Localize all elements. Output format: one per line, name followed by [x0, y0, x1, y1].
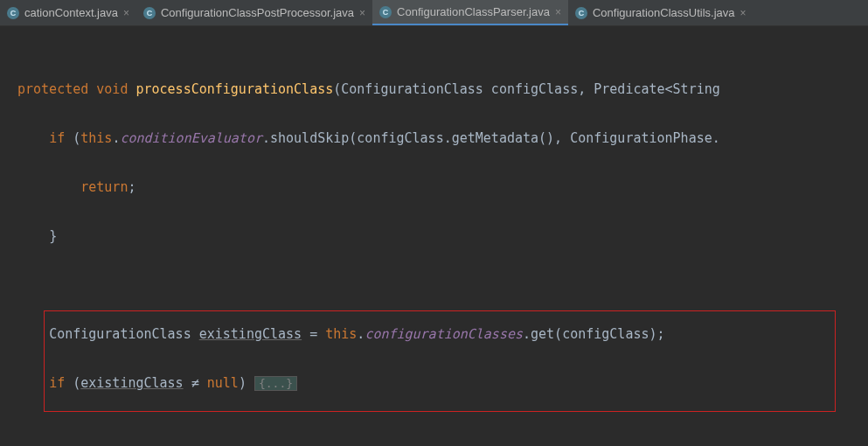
code-line — [17, 421, 868, 445]
code-editor[interactable]: protected void processConfigurationClass… — [0, 26, 868, 446]
tab-config-utils[interactable]: C ConfigurationClassUtils.java × — [568, 0, 753, 25]
code-line: return; — [17, 175, 868, 199]
code-line: } — [17, 224, 868, 248]
close-icon[interactable]: × — [555, 6, 561, 18]
tab-config-parser[interactable]: C ConfigurationClassParser.java × — [372, 0, 568, 25]
tab-label: ConfigurationClassPostProcessor.java — [161, 6, 354, 19]
java-file-icon: C — [143, 7, 156, 19]
java-file-icon: C — [379, 6, 392, 18]
code-line — [17, 273, 868, 297]
close-icon[interactable]: × — [740, 7, 746, 19]
java-file-icon: C — [575, 7, 587, 19]
code-line: ConfigurationClass existingClass = this.… — [17, 322, 868, 346]
fold-marker[interactable]: {...} — [254, 376, 297, 391]
code-line: if (existingClass ≠ null) {...} — [17, 371, 868, 396]
editor-tabs: C cationContext.java × C ConfigurationCl… — [0, 0, 868, 26]
java-file-icon: C — [7, 7, 19, 19]
tab-label: ConfigurationClassParser.java — [397, 5, 550, 18]
code-line: if (this.conditionEvaluator.shouldSkip(c… — [17, 126, 868, 150]
tab-label: ConfigurationClassUtils.java — [593, 6, 735, 19]
close-icon[interactable]: × — [359, 7, 365, 19]
tab-cation-context[interactable]: C cationContext.java × — [0, 0, 136, 25]
tab-config-post-processor[interactable]: C ConfigurationClassPostProcessor.java × — [136, 0, 372, 25]
close-icon[interactable]: × — [123, 7, 129, 19]
code-line: protected void processConfigurationClass… — [17, 77, 868, 101]
tab-label: cationContext.java — [24, 6, 118, 19]
